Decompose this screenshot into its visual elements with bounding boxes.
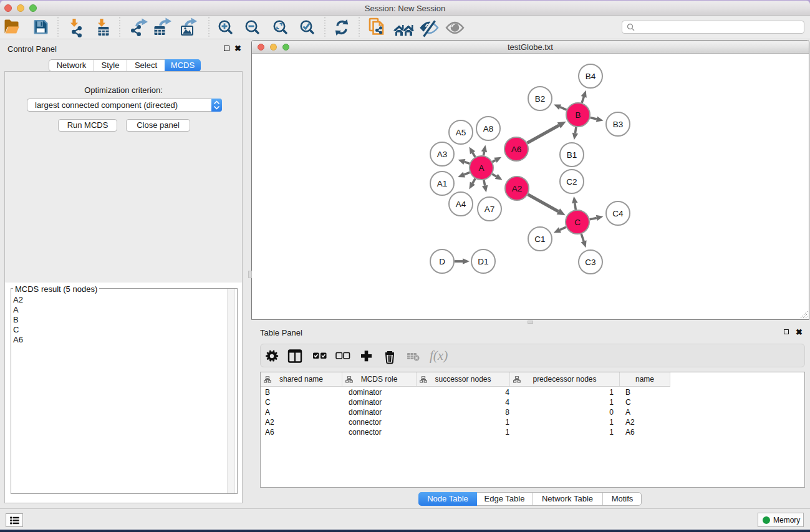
svg-text:A2: A2 <box>512 184 523 193</box>
svg-text:C4: C4 <box>612 209 624 218</box>
svg-text:A: A <box>478 163 484 173</box>
svg-text:A3: A3 <box>437 150 448 159</box>
svg-text:C3: C3 <box>585 258 595 267</box>
svg-text:B: B <box>575 110 581 120</box>
svg-text:C: C <box>574 218 581 227</box>
svg-text:D1: D1 <box>478 257 488 266</box>
svg-text:A6: A6 <box>511 145 522 154</box>
svg-text:B2: B2 <box>535 94 546 104</box>
svg-text:A5: A5 <box>456 128 466 137</box>
svg-text:B4: B4 <box>586 72 596 81</box>
svg-text:A4: A4 <box>456 200 466 209</box>
svg-text:A1: A1 <box>437 179 448 188</box>
svg-text:A8: A8 <box>483 124 494 133</box>
svg-text:B3: B3 <box>613 120 624 129</box>
svg-text:A7: A7 <box>485 205 495 214</box>
svg-text:f(x): f(x) <box>430 348 448 363</box>
svg-text:C2: C2 <box>566 177 577 186</box>
svg-text:C1: C1 <box>534 235 545 244</box>
svg-text:B1: B1 <box>567 150 577 160</box>
svg-text:D: D <box>439 257 445 266</box>
